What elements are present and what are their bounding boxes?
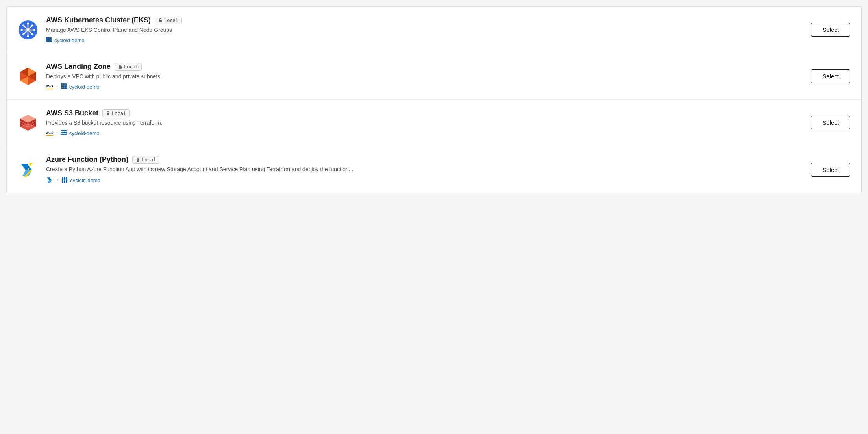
item-description: Manage AWS EKS Control Plane and Node Gr…: [46, 27, 803, 33]
item-title-row: Azure Function (Python) Local: [46, 155, 803, 164]
catalog-item-landing-zone: AWS Landing Zone Local Deploys a VPC wit…: [7, 53, 861, 100]
landing-zone-icon: [18, 66, 38, 87]
svg-rect-37: [107, 113, 109, 115]
org-grid-icon: [61, 83, 67, 90]
svg-point-11: [27, 35, 29, 37]
svg-rect-18: [159, 20, 162, 22]
lock-icon: [158, 18, 163, 23]
item-content-landing-zone: AWS Landing Zone Local Deploys a VPC wit…: [46, 63, 803, 90]
catalog-item-eks: AWS Kubernetes Cluster (EKS) Local Manag…: [7, 7, 861, 53]
item-meta: aws • cycloid-demo: [46, 83, 803, 90]
org-name: cycloid-demo: [69, 84, 100, 90]
svg-rect-26: [119, 66, 122, 69]
azure-logo: [46, 176, 54, 184]
svg-marker-43: [48, 180, 52, 183]
select-button-eks[interactable]: Select: [811, 23, 850, 37]
local-badge: Local: [155, 17, 182, 24]
item-title-row: AWS S3 Bucket Local: [46, 109, 803, 117]
svg-point-1: [26, 28, 30, 31]
org-grid-icon: [61, 130, 67, 136]
aws-logo: aws: [46, 84, 53, 89]
item-title: AWS S3 Bucket: [46, 109, 98, 117]
org-name: cycloid-demo: [70, 177, 100, 183]
svg-rect-41: [137, 159, 139, 162]
org-link[interactable]: cycloid-demo: [61, 83, 100, 90]
svg-point-14: [22, 24, 24, 26]
aws-logo: aws: [46, 130, 53, 136]
meta-separator: •: [56, 84, 58, 89]
item-content-azure-python: Azure Function (Python) Local Create a P…: [46, 155, 803, 184]
lock-icon: [118, 65, 122, 69]
item-title: AWS Landing Zone: [46, 63, 111, 71]
svg-point-10: [27, 22, 29, 24]
item-meta: cycloid-demo: [46, 37, 803, 43]
svg-point-17: [22, 33, 24, 35]
item-description: Deploys a VPC with public and private su…: [46, 73, 803, 79]
org-link[interactable]: cycloid-demo: [61, 130, 100, 136]
org-grid-icon: [62, 177, 68, 183]
org-name: cycloid-demo: [54, 37, 85, 43]
eks-icon: [18, 20, 38, 40]
azure-python-icon: [18, 160, 38, 180]
svg-point-16: [31, 24, 33, 26]
lock-icon: [136, 157, 140, 162]
item-title: Azure Function (Python): [46, 155, 128, 164]
meta-separator: •: [56, 130, 58, 136]
meta-separator: •: [57, 177, 59, 183]
catalog-item-azure-python: Azure Function (Python) Local Create a P…: [7, 146, 861, 194]
item-description: Provides a S3 bucket resource using Terr…: [46, 120, 803, 126]
local-badge: Local: [115, 63, 142, 71]
org-link[interactable]: cycloid-demo: [62, 177, 100, 183]
lock-icon: [106, 111, 110, 116]
item-description: Create a Python Azure Function App with …: [46, 166, 803, 172]
select-button-azure-python[interactable]: Select: [811, 163, 850, 177]
local-badge: Local: [102, 109, 130, 117]
org-name: cycloid-demo: [69, 130, 100, 136]
catalog-list: AWS Kubernetes Cluster (EKS) Local Manag…: [6, 6, 862, 194]
org-link[interactable]: cycloid-demo: [46, 37, 85, 43]
local-badge: Local: [132, 156, 159, 164]
item-title: AWS Kubernetes Cluster (EKS): [46, 16, 151, 24]
catalog-item-s3: AWS S3 Bucket Local Provides a S3 bucket…: [7, 100, 861, 146]
item-content-s3: AWS S3 Bucket Local Provides a S3 bucket…: [46, 109, 803, 136]
item-title-row: AWS Landing Zone Local: [46, 63, 803, 71]
select-button-landing-zone[interactable]: Select: [811, 69, 850, 83]
org-grid-icon: [46, 37, 52, 43]
item-title-row: AWS Kubernetes Cluster (EKS) Local: [46, 16, 803, 24]
select-button-s3[interactable]: Select: [811, 116, 850, 129]
svg-marker-42: [47, 177, 52, 180]
item-content-eks: AWS Kubernetes Cluster (EKS) Local Manag…: [46, 16, 803, 43]
svg-point-13: [33, 29, 35, 31]
svg-point-12: [21, 29, 23, 31]
svg-point-15: [31, 33, 33, 35]
item-meta: aws • cycloid-demo: [46, 130, 803, 136]
item-meta: • cycloid-demo: [46, 176, 803, 184]
s3-icon: [18, 113, 38, 133]
